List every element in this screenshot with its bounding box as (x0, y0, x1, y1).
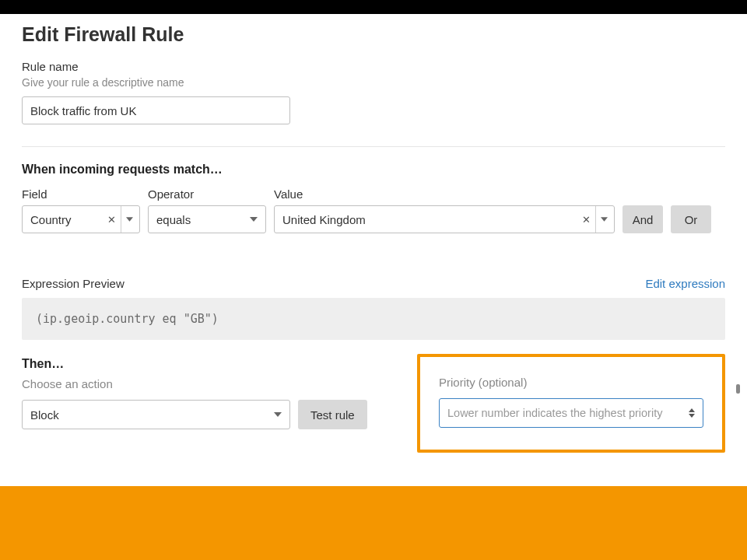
close-icon[interactable]: ✕ (104, 214, 119, 226)
and-button[interactable]: And (622, 205, 663, 233)
scrollbar-thumb[interactable] (736, 384, 740, 394)
priority-card: Priority (optional) (417, 354, 725, 453)
chevron-down-icon[interactable] (121, 206, 133, 233)
chevron-down-icon[interactable] (595, 206, 608, 233)
field-label: Field (22, 187, 140, 201)
expression-preview-label: Expression Preview (22, 277, 124, 290)
conditions-heading: When incoming requests match… (22, 163, 725, 177)
choose-action-label: Choose an action (22, 377, 402, 390)
bottom-highlight-band (0, 486, 747, 560)
number-stepper[interactable] (689, 404, 698, 422)
expression-preview: (ip.geoip.country eq "GB") (22, 298, 725, 340)
priority-label: Priority (optional) (439, 376, 703, 389)
value-value: United Kingdom (282, 213, 579, 226)
close-icon[interactable]: ✕ (579, 214, 594, 226)
chevron-down-icon[interactable] (689, 414, 695, 418)
chevron-down-icon[interactable] (247, 217, 259, 222)
chevron-up-icon[interactable] (689, 408, 695, 412)
rule-name-hint: Give your rule a descriptive name (22, 76, 725, 89)
test-rule-button[interactable]: Test rule (298, 400, 367, 429)
field-value: Country (30, 213, 104, 226)
value-select[interactable]: United Kingdom ✕ (274, 205, 615, 233)
operator-label: Operator (148, 187, 266, 201)
operator-value: equals (156, 213, 245, 226)
operator-select[interactable]: equals (148, 205, 266, 233)
rule-name-input[interactable] (22, 96, 290, 124)
edit-expression-link[interactable]: Edit expression (645, 277, 725, 290)
action-value: Block (30, 408, 269, 422)
then-heading: Then… (22, 357, 402, 371)
rule-name-label: Rule name (22, 60, 725, 73)
priority-input[interactable] (447, 407, 689, 419)
action-select[interactable]: Block (22, 400, 290, 429)
window-top-bar (0, 0, 747, 14)
priority-input-wrap[interactable] (439, 398, 703, 428)
or-button[interactable]: Or (671, 205, 711, 233)
divider (22, 146, 725, 147)
chevron-down-icon[interactable] (271, 412, 283, 417)
page-title: Edit Firewall Rule (22, 23, 725, 46)
value-label: Value (274, 187, 615, 201)
field-select[interactable]: Country ✕ (22, 205, 140, 233)
